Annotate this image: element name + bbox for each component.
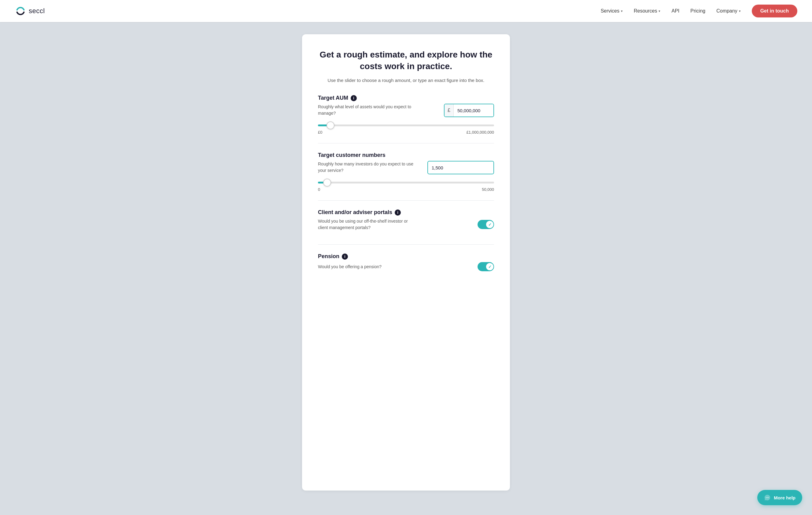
section-header-portals: Client and/or adviser portals i [318, 209, 494, 216]
pricing-calculator-card: Get a rough estimate, and explore how th… [302, 34, 510, 490]
nav-api[interactable]: API [671, 8, 679, 14]
card-title: Get a rough estimate, and explore how th… [318, 49, 494, 72]
section-pension: Pension i Would you be offering a pensio… [318, 245, 494, 285]
info-icon-aum[interactable]: i [351, 95, 357, 101]
customers-max-label: 50,000 [482, 187, 494, 192]
section-row-aum: Roughly what level of assets would you e… [318, 104, 494, 117]
more-help-label: More help [774, 495, 795, 500]
section-title-customers: Target customer numbers [318, 152, 385, 159]
logo-link[interactable]: seccl [15, 5, 45, 17]
info-icon-portals[interactable]: i [395, 209, 401, 216]
section-header-customers: Target customer numbers [318, 152, 494, 159]
aum-slider-container [318, 122, 494, 127]
toggle-thumb-portals: ✓ [486, 221, 493, 228]
section-desc-portals: Would you be using our off-the-shelf inv… [318, 218, 416, 231]
section-row-pension: Would you be offering a pension? ✓ [318, 262, 494, 271]
chevron-down-icon: ▾ [739, 9, 741, 13]
section-header-aum: Target AUM i [318, 95, 494, 101]
card-subtitle: Use the slider to choose a rough amount,… [318, 77, 494, 84]
aum-max-label: £1,000,000,000 [467, 130, 494, 135]
toggle-track-portals: ✓ [477, 220, 494, 229]
section-title-aum: Target AUM [318, 95, 348, 101]
get-in-touch-button[interactable]: Get in touch [752, 5, 797, 18]
customers-input[interactable] [427, 161, 494, 174]
section-desc-pension: Would you be offering a pension? [318, 264, 416, 270]
aum-min-label: £0 [318, 130, 322, 135]
nav-company[interactable]: Company ▾ [716, 8, 741, 14]
aum-slider[interactable] [318, 124, 494, 126]
section-desc-customers: Roughly how many investors do you expect… [318, 161, 416, 174]
logo-text: seccl [29, 7, 45, 15]
navigation: seccl Services ▾ Resources ▾ API Pricing… [0, 0, 812, 22]
chevron-down-icon: ▾ [621, 9, 623, 13]
currency-prefix: £ [444, 104, 454, 116]
more-help-button[interactable]: More help [757, 490, 802, 505]
section-title-portals: Client and/or adviser portals [318, 209, 392, 216]
checkmark-icon: ✓ [488, 223, 492, 227]
customers-slider-labels: 0 50,000 [318, 187, 494, 192]
chat-icon [764, 494, 771, 501]
aum-input[interactable] [454, 104, 493, 116]
section-header-pension: Pension i [318, 253, 494, 260]
pension-toggle[interactable]: ✓ [477, 262, 494, 271]
section-desc-aum: Roughly what level of assets would you e… [318, 104, 416, 116]
section-target-aum: Target AUM i Roughly what level of asset… [318, 95, 494, 143]
section-title-pension: Pension [318, 253, 339, 260]
portals-toggle-wrapper: ✓ [477, 220, 494, 229]
aum-input-group: £ [444, 104, 494, 117]
svg-point-1 [767, 497, 768, 498]
seccl-logo-icon [15, 5, 26, 17]
section-row-portals: Would you be using our off-the-shelf inv… [318, 218, 494, 231]
chevron-down-icon: ▾ [659, 9, 660, 13]
aum-slider-labels: £0 £1,000,000,000 [318, 130, 494, 135]
svg-point-0 [766, 497, 766, 498]
customers-min-label: 0 [318, 187, 320, 192]
nav-resources[interactable]: Resources ▾ [634, 8, 660, 14]
nav-links: Services ▾ Resources ▾ API Pricing Compa… [601, 5, 797, 18]
pension-toggle-wrapper: ✓ [477, 262, 494, 271]
svg-point-2 [768, 497, 769, 498]
customers-slider-container [318, 179, 494, 185]
section-client-portals: Client and/or adviser portals i Would yo… [318, 200, 494, 245]
section-target-customers: Target customer numbers Roughly how many… [318, 143, 494, 200]
nav-services[interactable]: Services ▾ [601, 8, 623, 14]
toggle-track-pension: ✓ [477, 262, 494, 271]
toggle-thumb-pension: ✓ [486, 263, 493, 270]
nav-pricing[interactable]: Pricing [690, 8, 705, 14]
customers-slider[interactable] [318, 182, 494, 183]
info-icon-pension[interactable]: i [342, 254, 348, 260]
checkmark-icon-pension: ✓ [488, 265, 492, 269]
portals-toggle[interactable]: ✓ [477, 220, 494, 229]
section-row-customers: Roughly how many investors do you expect… [318, 161, 494, 174]
